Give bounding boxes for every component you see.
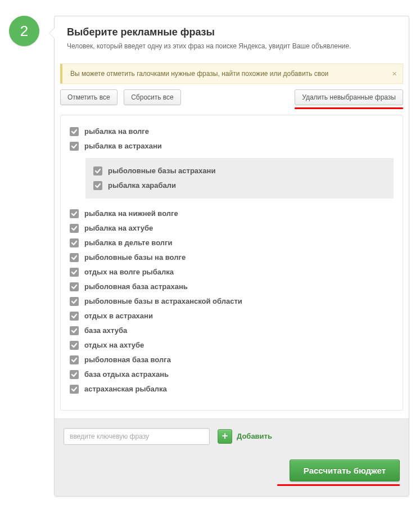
info-box: Вы можете отметить галочками нужные фраз… [60,64,403,84]
phrase-label: база отдыха астрахань [84,370,169,379]
phrase-item: рыболовные базы на волге [70,250,394,265]
phrase-label: база ахтуба [84,326,127,335]
phrase-label: рыболовная база волга [84,355,171,364]
left-buttons: Отметить все Сбросить все [60,89,181,105]
checkbox-icon[interactable] [70,268,79,277]
step-number: 2 [20,22,28,40]
phrase-item: отдых на ахтубе [70,338,394,353]
add-row: + Добавить [64,428,400,445]
phrase-label: рыбалка харабали [108,181,176,190]
phrase-label: рыболовная база астрахань [84,282,188,291]
phrase-item: рыбалка на волге [70,124,394,139]
checkbox-icon[interactable] [93,181,102,190]
checkbox-icon[interactable] [93,166,102,175]
phrase-item: рыболовная база волга [70,353,394,367]
checkbox-icon[interactable] [70,370,79,379]
button-row: Отметить все Сбросить все Удалить невыбр… [55,84,409,109]
phrase-item: рыболовные базы в астраханской области [70,294,394,309]
phrase-label: отдых в астрахани [84,312,153,320]
close-icon[interactable]: × [392,69,397,78]
panel-header: Выберите рекламные фразы Человек, которы… [55,16,409,58]
checkbox-icon[interactable] [70,224,79,233]
highlight-underline-calc [277,484,400,486]
checkbox-icon[interactable] [70,209,79,218]
phrase-item: рыбалка харабали [93,178,386,193]
phrase-label: рыболовные базы в астраханской области [84,297,242,305]
phrase-label: отдых на ахтубе [84,341,144,349]
phrase-label: рыбалка в дельте волги [84,238,172,247]
phrase-item: астраханская рыбалка [70,382,394,397]
delete-unselected-wrap: Удалить невыбранные фразы [295,89,403,109]
checkbox-icon[interactable] [70,297,79,306]
phrase-item: база ахтуба [70,323,394,338]
phrase-item: отдых на волге рыбалка [70,265,394,280]
phrase-label: рыбалка на волге [84,127,149,136]
panel-title: Выберите рекламные фразы [67,26,396,38]
checkbox-icon[interactable] [70,142,79,151]
sub-phrase-group: рыболовные базы астраханирыбалка харабал… [85,158,394,199]
checkbox-icon[interactable] [70,312,79,321]
phrase-label: рыболовные базы на волге [84,253,186,262]
checkbox-icon[interactable] [70,253,79,262]
highlight-underline [295,107,403,109]
checkbox-icon[interactable] [70,326,79,335]
calc-row: Рассчитать бюджет [64,460,400,486]
phrases-box: рыбалка на волгерыбалка в астрахани рыбо… [60,115,403,411]
calculate-budget-button[interactable]: Рассчитать бюджет [290,460,400,481]
phrase-item: база отдыха астрахань [70,367,394,382]
footer-bar: + Добавить Рассчитать бюджет [55,418,409,496]
delete-unselected-button[interactable]: Удалить невыбранные фразы [295,89,403,105]
reset-all-button[interactable]: Сбросить все [124,89,181,105]
checkbox-icon[interactable] [70,385,79,394]
phrase-item: рыболовные базы астрахани [93,164,386,178]
phrase-label: рыбалка на ахтубе [84,224,153,232]
checkbox-icon[interactable] [70,127,79,136]
keyword-input[interactable] [64,428,210,445]
panel-subtitle: Человек, который введет одну из этих фра… [67,42,396,51]
phrase-label: астраханская рыбалка [84,385,167,393]
info-text: Вы можете отметить галочками нужные фраз… [70,70,328,78]
mark-all-button[interactable]: Отметить все [60,89,118,105]
checkbox-icon[interactable] [70,238,79,247]
phrase-item: рыбалка в дельте волги [70,236,394,250]
phrase-item: рыбалка на ахтубе [70,221,394,236]
checkbox-icon[interactable] [70,355,79,364]
main-panel: Выберите рекламные фразы Человек, которы… [54,16,409,497]
add-label[interactable]: Добавить [237,432,272,440]
phrase-label: рыболовные базы астрахани [108,166,215,175]
checkbox-icon[interactable] [70,341,79,350]
phrase-item: рыбалка на нижней волге [70,206,394,221]
phrase-item: рыболовная база астрахань [70,280,394,294]
checkbox-icon[interactable] [70,282,79,291]
add-plus-button[interactable]: + [218,429,232,444]
step-badge: 2 [9,16,39,46]
phrase-label: рыбалка в астрахани [84,142,162,150]
phrase-label: рыбалка на нижней волге [84,209,178,218]
phrase-label: отдых на волге рыбалка [84,268,174,276]
phrase-item: рыбалка в астрахани [70,139,394,154]
phrase-item: отдых в астрахани [70,309,394,323]
